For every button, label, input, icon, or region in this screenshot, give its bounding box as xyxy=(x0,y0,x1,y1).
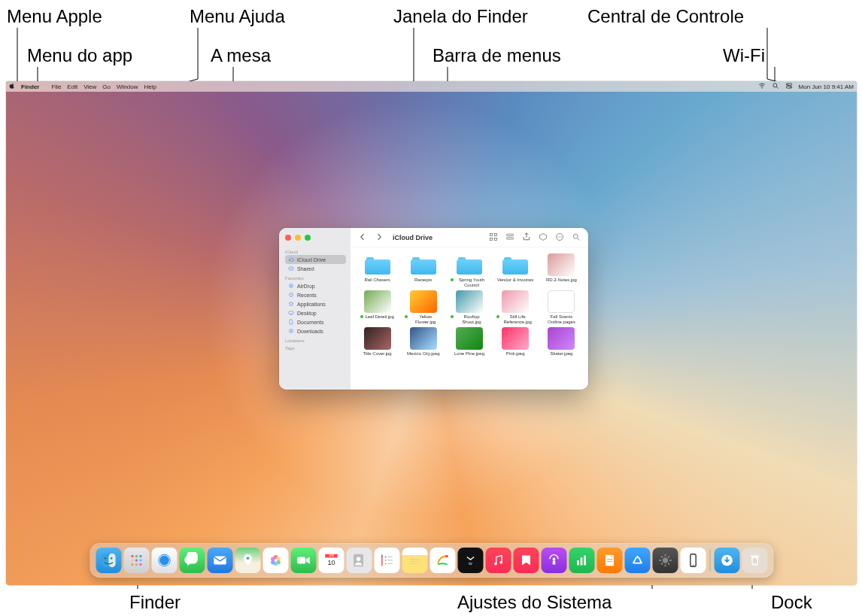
sidebar-section-favorites: Favorites xyxy=(285,276,346,281)
sidebar-item-label: Applications xyxy=(297,302,326,307)
dock-calendar[interactable]: JUN10 xyxy=(318,548,344,573)
file-item[interactable]: Pink.jpeg xyxy=(495,327,536,357)
file-item[interactable]: Still Life Reference.jpg xyxy=(495,290,536,324)
dock-system-settings[interactable] xyxy=(652,548,678,573)
dock-numbers[interactable] xyxy=(569,548,594,573)
dock-tv[interactable]: tv xyxy=(457,548,483,573)
finder-window: iCloudiCloud DriveSharedFavoritesAirDrop… xyxy=(279,228,588,390)
sidebar-item-recents[interactable]: Recents xyxy=(285,290,346,299)
sidebar-item-desktop[interactable]: Desktop xyxy=(285,308,346,317)
sidebar-item-downloads[interactable]: Downloads xyxy=(285,326,346,335)
dock-freeform[interactable] xyxy=(429,548,455,573)
folder-icon xyxy=(502,255,528,275)
clock-status[interactable]: Mon Jun 10 9:41 AM xyxy=(799,83,854,90)
dock-launchpad[interactable] xyxy=(123,548,149,573)
file-item[interactable]: Rooftop Shoot.jpg xyxy=(448,290,490,324)
finder-content[interactable]: Rail ChasersReceiptsSpring Youth Council… xyxy=(351,247,588,390)
svg-rect-76 xyxy=(387,560,392,560)
zoom-button[interactable] xyxy=(305,235,311,241)
spotlight-status[interactable] xyxy=(772,82,779,91)
dock-messages[interactable] xyxy=(179,548,205,573)
dock-music[interactable] xyxy=(485,548,511,573)
menu-help[interactable]: Help xyxy=(144,83,156,90)
app-menu[interactable]: Finder xyxy=(21,83,39,90)
svg-rect-89 xyxy=(584,556,586,566)
dock-separator xyxy=(709,549,710,572)
menu-go[interactable]: Go xyxy=(102,83,111,90)
file-item[interactable]: Fall Scents Outline.pages xyxy=(541,290,582,324)
dock-podcasts[interactable] xyxy=(541,548,566,573)
forward-button[interactable] xyxy=(375,231,384,244)
file-item[interactable]: Title Cover.jpg xyxy=(357,327,398,357)
svg-point-51 xyxy=(131,563,134,566)
file-item[interactable]: Yellow Flower.jpg xyxy=(402,290,444,324)
sidebar-item-label: AirDrop xyxy=(297,284,315,289)
svg-point-64 xyxy=(271,557,275,561)
svg-rect-74 xyxy=(387,557,392,557)
callout-dock: Dock xyxy=(771,592,812,613)
sidebar-item-label: Recents xyxy=(297,293,317,298)
file-item[interactable]: Receipts xyxy=(402,253,444,287)
menu-view[interactable]: View xyxy=(83,83,96,90)
menu-file[interactable]: File xyxy=(51,83,61,90)
menu-window[interactable]: Window xyxy=(117,83,138,90)
file-item[interactable]: Rail Chasers xyxy=(357,253,398,287)
svg-line-101 xyxy=(668,557,669,558)
close-button[interactable] xyxy=(285,235,291,241)
file-item[interactable]: Vendor & Invoices xyxy=(495,253,536,287)
finder-title: iCloud Drive xyxy=(393,234,433,241)
dock-safari[interactable] xyxy=(151,548,177,573)
view-switcher[interactable] xyxy=(489,231,498,244)
dock-iphone-mirroring[interactable] xyxy=(680,548,706,573)
file-item[interactable]: Mexico City.jpeg xyxy=(402,327,444,357)
apps-icon xyxy=(288,301,294,307)
sidebar-item-icloud-drive[interactable]: iCloud Drive xyxy=(285,255,346,264)
callout-help-menu: Menu Ajuda xyxy=(190,6,285,27)
dock-contacts[interactable] xyxy=(346,548,372,573)
dock-mail[interactable] xyxy=(207,548,232,573)
svg-rect-20 xyxy=(289,267,293,270)
file-item[interactable]: Lone Pine.jpeg xyxy=(448,327,490,357)
svg-point-104 xyxy=(692,565,693,566)
sidebar-item-shared[interactable]: Shared xyxy=(285,264,346,273)
dock-trash[interactable] xyxy=(742,548,767,573)
wifi-status[interactable] xyxy=(758,82,766,91)
file-label: Lone Pine.jpeg xyxy=(454,351,484,357)
dock-maps[interactable] xyxy=(235,548,260,573)
file-item[interactable]: RD.2-Notes.jpg xyxy=(541,253,582,287)
dock-photos[interactable] xyxy=(263,548,288,573)
back-button[interactable] xyxy=(358,231,367,244)
sidebar-item-applications[interactable]: Applications xyxy=(285,299,346,308)
svg-rect-31 xyxy=(490,238,493,240)
file-thumbnail xyxy=(502,327,529,350)
dock-pages[interactable] xyxy=(596,548,622,573)
sidebar-item-airdrop[interactable]: AirDrop xyxy=(285,281,346,290)
dock-finder[interactable] xyxy=(96,548,121,573)
file-item[interactable]: Skater.jpeg xyxy=(541,327,582,357)
menu-edit[interactable]: Edit xyxy=(67,83,77,90)
mail-icon xyxy=(211,552,228,569)
file-thumbnail xyxy=(548,290,575,313)
group-by-button[interactable] xyxy=(505,231,514,244)
file-item[interactable]: Spring Youth Council xyxy=(448,253,490,287)
search-button[interactable] xyxy=(572,231,581,244)
action-button[interactable] xyxy=(555,231,564,244)
dock-reminders[interactable] xyxy=(374,548,399,573)
tags-button[interactable] xyxy=(539,231,548,244)
dock-downloads[interactable] xyxy=(714,548,739,573)
minimize-button[interactable] xyxy=(295,235,301,241)
dock-facetime[interactable] xyxy=(290,548,316,573)
dock-notes[interactable] xyxy=(402,548,427,573)
sidebar-item-documents[interactable]: Documents xyxy=(285,317,346,326)
file-item[interactable]: Leaf Detail.jpg xyxy=(357,290,398,324)
control-center-status[interactable] xyxy=(785,82,793,91)
messages-icon xyxy=(184,552,200,569)
svg-text:10: 10 xyxy=(327,559,335,566)
finder-icon xyxy=(100,552,117,569)
dock-appstore[interactable] xyxy=(624,548,650,573)
apple-menu[interactable] xyxy=(9,83,15,90)
dock-news[interactable] xyxy=(513,548,539,573)
share-button[interactable] xyxy=(522,231,531,244)
svg-rect-92 xyxy=(606,561,612,562)
maps-icon xyxy=(239,552,256,569)
